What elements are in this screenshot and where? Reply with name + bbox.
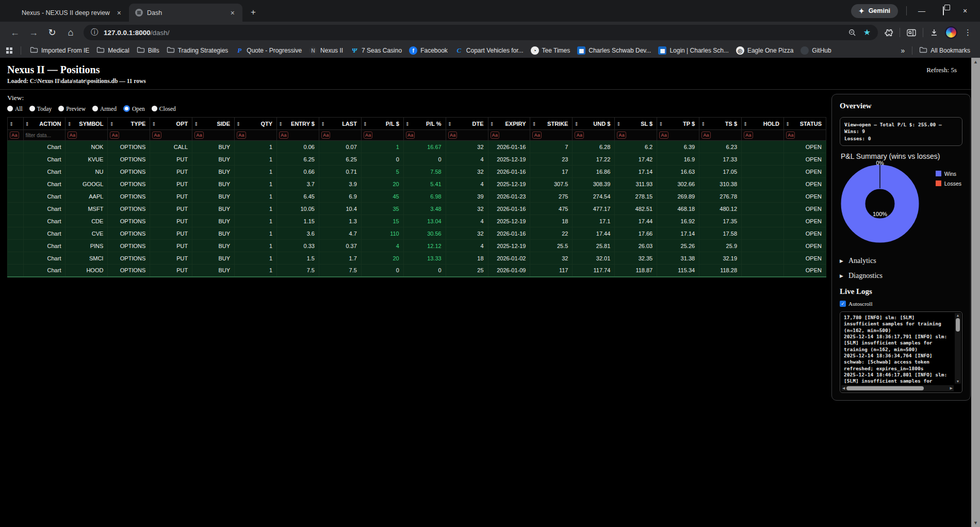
reload-button[interactable]: ↻ bbox=[43, 27, 61, 38]
bookmark-item[interactable]: Medical bbox=[93, 45, 133, 56]
restore-button[interactable] bbox=[937, 7, 950, 15]
profile-avatar[interactable] bbox=[945, 26, 957, 39]
tab-close-icon[interactable]: × bbox=[116, 9, 123, 17]
scroll-down-icon[interactable]: ▼ bbox=[956, 380, 960, 383]
scrollbar-thumb[interactable] bbox=[956, 318, 960, 332]
col-symbol[interactable]: ⇕SYMBOL bbox=[66, 118, 108, 130]
sort-icon[interactable]: ⇕ bbox=[448, 121, 452, 126]
col-last[interactable]: ⇕LAST bbox=[319, 118, 361, 130]
case-sensitivity-icon[interactable]: Aa bbox=[406, 131, 415, 139]
view-radio-today[interactable]: Today bbox=[29, 106, 52, 112]
sort-icon[interactable]: ⇕ bbox=[363, 121, 367, 126]
minimize-button[interactable]: — bbox=[915, 7, 928, 15]
case-sensitivity-icon[interactable]: Aa bbox=[659, 131, 668, 139]
case-sensitivity-icon[interactable]: Aa bbox=[701, 131, 711, 139]
case-sensitivity-icon[interactable]: Aa bbox=[110, 131, 119, 139]
filter-tp[interactable]: Aa bbox=[657, 130, 699, 141]
all-bookmarks-button[interactable]: All Bookmarks bbox=[916, 45, 974, 56]
view-radio-armed[interactable]: Armed bbox=[92, 106, 117, 112]
bookmark-item[interactable]: ◎Eagle One Pizza bbox=[732, 45, 797, 56]
page-scrollbar[interactable]: ▲ ▼ bbox=[971, 58, 980, 527]
cell-action[interactable]: Chart bbox=[23, 227, 66, 240]
bookmark-item[interactable]: ◔Tee Times bbox=[527, 45, 574, 56]
browser-tab[interactable]: Dash× bbox=[129, 4, 242, 22]
side-panel-search-icon[interactable] bbox=[907, 29, 916, 37]
bookmark-item[interactable]: Imported From IE bbox=[26, 45, 93, 56]
cell-action[interactable]: Chart bbox=[23, 178, 66, 190]
filter-dte[interactable]: Aa bbox=[446, 130, 488, 141]
filter-blank[interactable]: Aa bbox=[8, 130, 24, 141]
address-bar[interactable]: ⓘ 127.0.0.1:8000/dash/ ★ bbox=[84, 25, 878, 40]
sort-icon[interactable]: ⇕ bbox=[701, 121, 705, 126]
bookmark-item[interactable]: fFacebook bbox=[405, 45, 451, 56]
extensions-icon[interactable] bbox=[884, 28, 893, 37]
filter-pl_pct[interactable]: Aa bbox=[403, 130, 446, 141]
bookmark-item[interactable]: Ψ7 Seas Casino bbox=[347, 45, 405, 56]
browser-tab[interactable]: Nexus - NEXUS II deep review× bbox=[15, 4, 129, 22]
bookmarks-overflow-icon[interactable]: » bbox=[897, 46, 909, 55]
cell-action[interactable]: Chart bbox=[23, 166, 66, 178]
bookmark-item[interactable]: Bills bbox=[133, 45, 163, 56]
case-sensitivity-icon[interactable]: Aa bbox=[786, 131, 795, 139]
filter-entry[interactable]: Aa bbox=[277, 130, 319, 141]
cell-action[interactable]: Chart bbox=[23, 141, 66, 153]
bookmark-item[interactable]: GitHub bbox=[797, 45, 835, 56]
col-pl_d[interactable]: ⇕P/L $ bbox=[361, 118, 403, 130]
col-qty[interactable]: ⇕QTY bbox=[235, 118, 277, 130]
col-ts[interactable]: ⇕TS $ bbox=[699, 118, 742, 130]
autoscroll-checkbox[interactable]: ✓ Autoscroll bbox=[840, 301, 962, 307]
case-sensitivity-icon[interactable]: Aa bbox=[491, 131, 500, 139]
sort-icon[interactable]: ⇕ bbox=[659, 121, 663, 126]
case-sensitivity-icon[interactable]: Aa bbox=[194, 131, 204, 139]
col-status[interactable]: ⇕STATUS bbox=[783, 118, 826, 130]
new-tab-button[interactable]: + bbox=[247, 6, 260, 19]
col-opt[interactable]: ⇕OPT bbox=[150, 118, 192, 130]
gemini-button[interactable]: ✦ Gemini bbox=[851, 4, 898, 18]
filter-pl_d[interactable]: Aa bbox=[361, 130, 403, 141]
legend-item-losses[interactable]: Losses bbox=[936, 180, 961, 187]
filter-qty[interactable]: Aa bbox=[235, 130, 277, 141]
sort-icon[interactable]: ⇕ bbox=[490, 121, 494, 126]
view-radio-closed[interactable]: Closed bbox=[152, 106, 176, 112]
bookmark-star-icon[interactable]: ★ bbox=[863, 28, 871, 37]
zoom-icon[interactable] bbox=[848, 29, 856, 37]
col-tp[interactable]: ⇕TP $ bbox=[657, 118, 699, 130]
back-button[interactable]: ← bbox=[6, 27, 24, 38]
filter-type[interactable]: Aa bbox=[108, 130, 150, 141]
scroll-up-icon[interactable]: ▲ bbox=[956, 314, 960, 317]
cell-action[interactable]: Chart bbox=[23, 203, 66, 215]
filter-ts[interactable]: Aa bbox=[699, 130, 742, 141]
case-sensitivity-icon[interactable]: Aa bbox=[617, 131, 626, 139]
view-radio-open[interactable]: Open bbox=[123, 105, 145, 112]
filter-side[interactable]: Aa bbox=[192, 130, 235, 141]
case-sensitivity-icon[interactable]: Aa bbox=[237, 131, 246, 139]
filter-status[interactable]: Aa bbox=[783, 130, 826, 141]
sort-icon[interactable]: ⇕ bbox=[321, 121, 325, 126]
apps-grid-icon[interactable] bbox=[6, 47, 12, 54]
cell-action[interactable]: Chart bbox=[23, 265, 66, 277]
col-expiry[interactable]: ⇕EXPIRY bbox=[488, 118, 530, 130]
cell-action[interactable]: Chart bbox=[23, 215, 66, 227]
col-pl_pct[interactable]: ⇕P/L % bbox=[403, 118, 446, 130]
case-sensitivity-icon[interactable]: Aa bbox=[364, 131, 373, 139]
col-sort[interactable]: ⇕ bbox=[8, 118, 24, 130]
case-sensitivity-icon[interactable]: Aa bbox=[575, 131, 584, 139]
cell-action[interactable]: Chart bbox=[23, 153, 66, 166]
col-und[interactable]: ⇕UND $ bbox=[573, 118, 615, 130]
bookmark-item[interactable]: ▦Charles Schwab Dev... bbox=[574, 45, 655, 56]
bookmark-item[interactable]: Trading Strategies bbox=[163, 45, 232, 56]
diagnostics-section-toggle[interactable]: ▶ Diagnostics bbox=[840, 272, 962, 280]
cell-action[interactable]: Chart bbox=[23, 252, 66, 265]
sort-icon[interactable]: ⇕ bbox=[67, 121, 71, 126]
scrollbar-thumb[interactable] bbox=[846, 386, 924, 390]
site-info-icon[interactable]: ⓘ bbox=[91, 28, 98, 37]
home-button[interactable]: ⌂ bbox=[62, 27, 79, 38]
forward-button[interactable]: → bbox=[25, 27, 42, 38]
case-sensitivity-icon[interactable]: Aa bbox=[321, 131, 331, 139]
filter-last[interactable]: Aa bbox=[319, 130, 361, 141]
case-sensitivity-icon[interactable]: Aa bbox=[279, 131, 288, 139]
sort-icon[interactable]: ⇕ bbox=[109, 121, 113, 126]
case-sensitivity-icon[interactable]: Aa bbox=[532, 131, 542, 139]
case-sensitivity-icon[interactable]: Aa bbox=[68, 131, 77, 139]
sort-icon[interactable]: ⇕ bbox=[279, 121, 283, 126]
